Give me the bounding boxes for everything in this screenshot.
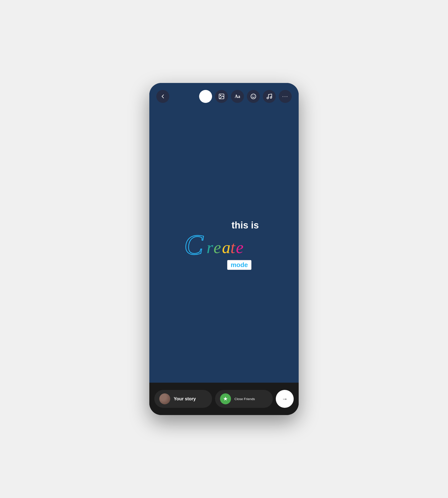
- more-button[interactable]: ···: [279, 90, 292, 103]
- svg-text:C: C: [184, 229, 204, 259]
- toolbar-center-group: Aa: [199, 90, 292, 103]
- svg-point-6: [270, 97, 272, 98]
- bottom-bar: Your story ★ Close Friends →: [149, 383, 299, 415]
- star-symbol: ★: [223, 396, 228, 402]
- text-label: Aa: [235, 94, 240, 99]
- more-dots: ···: [282, 93, 288, 100]
- svg-text:a: a: [222, 238, 230, 257]
- artwork-area: this is C r e a t e: [149, 107, 299, 383]
- create-text-art: C r e a t e: [182, 227, 266, 260]
- music-button[interactable]: [263, 90, 276, 103]
- svg-text:r: r: [207, 238, 213, 257]
- phone-frame: Aa: [149, 83, 299, 415]
- send-button[interactable]: →: [276, 390, 294, 408]
- green-star-icon: ★: [220, 393, 231, 404]
- story-canvas: Aa: [149, 83, 299, 383]
- create-mode-artwork: this is C r e a t e: [182, 220, 266, 270]
- music-icon: [266, 93, 273, 100]
- user-avatar: [159, 393, 170, 404]
- capture-button[interactable]: [199, 90, 212, 103]
- text-button[interactable]: Aa: [231, 90, 244, 103]
- sticker-icon: [250, 93, 257, 100]
- svg-text:e: e: [214, 238, 221, 257]
- close-friends-button[interactable]: ★ Close Friends: [215, 390, 273, 408]
- gallery-icon: [218, 93, 225, 100]
- svg-text:t: t: [230, 238, 236, 257]
- mode-badge: mode: [227, 260, 251, 270]
- close-friends-label: Close Friends: [234, 397, 255, 401]
- svg-point-5: [267, 97, 269, 99]
- svg-point-2: [251, 94, 256, 99]
- mode-text: mode: [231, 261, 248, 269]
- svg-point-1: [220, 95, 221, 96]
- your-story-button[interactable]: Your story: [154, 390, 212, 408]
- back-button[interactable]: [156, 90, 169, 103]
- sticker-button[interactable]: [247, 90, 260, 103]
- avatar-image: [159, 393, 170, 404]
- back-arrow-icon: [160, 93, 166, 100]
- svg-text:e: e: [236, 238, 243, 257]
- send-arrow-icon: →: [282, 395, 288, 402]
- gallery-button[interactable]: [215, 90, 228, 103]
- your-story-label: Your story: [174, 396, 196, 402]
- toolbar: Aa: [149, 83, 299, 107]
